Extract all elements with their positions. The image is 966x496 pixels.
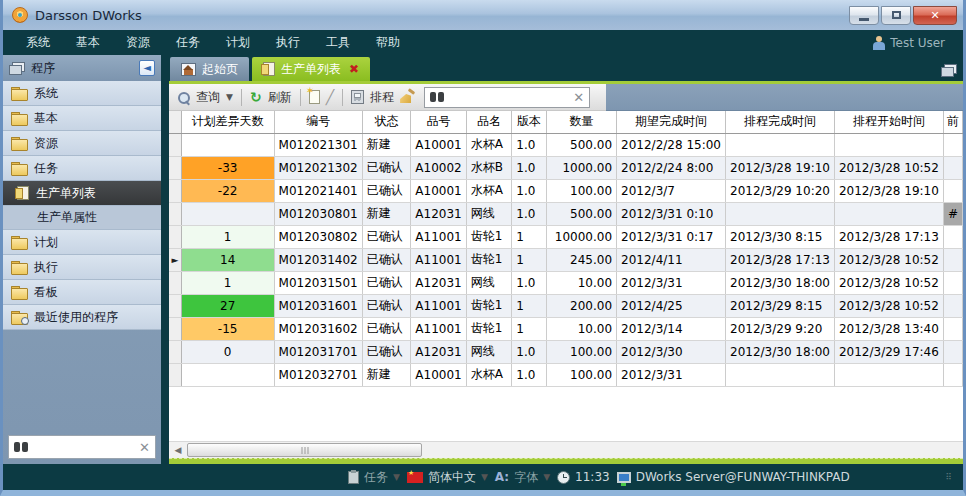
menu-item-3[interactable]: 任务 — [163, 30, 213, 55]
row-selector-cell[interactable] — [169, 179, 181, 202]
time-text: 11:33 — [575, 470, 610, 484]
column-header-code[interactable]: 编号 — [274, 111, 362, 133]
maximize-button[interactable] — [881, 6, 911, 25]
row-selector-cell[interactable]: ► — [169, 248, 181, 271]
refresh-button[interactable]: 刷新 — [268, 89, 292, 106]
sidebar-collapse-button[interactable]: ◄ — [139, 60, 155, 76]
cell-expected_finish: 2012/3/7 — [617, 179, 726, 202]
cell-expected_finish: 2012/3/31 0:17 — [617, 225, 726, 248]
toolbar-search-clear-icon[interactable]: ✕ — [573, 90, 584, 105]
column-header-status[interactable]: 状态 — [362, 111, 411, 133]
cell-sched_start: 2012/3/28 10:52 — [834, 248, 943, 271]
schedule-button[interactable]: 排程 — [370, 89, 394, 106]
sidebar-item-0[interactable]: 系统 — [3, 81, 161, 106]
sidebar-item-2[interactable]: 资源 — [3, 131, 161, 156]
column-header-qty[interactable]: 数量 — [546, 111, 616, 133]
task-clipboard-icon — [348, 471, 359, 484]
menu-item-0[interactable]: 系统 — [13, 30, 63, 55]
cell-expected_finish: 2012/2/24 8:00 — [617, 156, 726, 179]
table-row[interactable]: -15M012031602已确认A11001齿轮1110.002012/3/14… — [169, 317, 963, 340]
menu-item-1[interactable]: 基本 — [63, 30, 113, 55]
table-row[interactable]: -22M012021401已确认A10001水杯A1.0100.002012/3… — [169, 179, 963, 202]
table-row[interactable]: -33M012021302已确认A10002水杯B1.01000.002012/… — [169, 156, 963, 179]
query-dropdown-icon[interactable]: ▼ — [226, 92, 233, 102]
table-row[interactable]: 27M012031601已确认A11001齿轮11200.002012/4/25… — [169, 294, 963, 317]
row-selector-cell[interactable] — [169, 133, 181, 156]
new-document-icon[interactable] — [309, 90, 320, 104]
sidebar-search-box[interactable]: ✕ — [8, 435, 156, 459]
menu-item-6[interactable]: 工具 — [313, 30, 363, 55]
toolbar-search-input[interactable] — [449, 90, 568, 104]
menu-item-2[interactable]: 资源 — [113, 30, 163, 55]
table-row[interactable]: M012030801新建A12031网线1.0500.002012/3/31 0… — [169, 202, 963, 225]
cell-qty: 100.00 — [546, 340, 616, 363]
table-row[interactable]: M012021301新建A10001水杯A1.0500.002012/2/28 … — [169, 133, 963, 156]
sidebar-item-3[interactable]: 任务 — [3, 156, 161, 181]
sidebar-splitter[interactable] — [161, 55, 169, 464]
font-dropdown-icon[interactable]: ▼ — [543, 472, 550, 482]
row-selector-cell[interactable] — [169, 202, 181, 225]
sidebar-item-label: 执行 — [34, 259, 58, 276]
cell-sched_start: 2012/3/28 10:52 — [834, 294, 943, 317]
tab-home[interactable]: 起始页 — [170, 57, 249, 81]
scrollbar-thumb[interactable] — [187, 443, 422, 457]
row-selector-cell[interactable] — [169, 340, 181, 363]
calculator-icon — [351, 90, 364, 104]
language-menu[interactable]: 简体中文 ▼ — [407, 469, 488, 486]
font-menu[interactable]: A: 字体 ▼ — [495, 469, 550, 486]
task-menu[interactable]: 任务 ▼ — [348, 469, 400, 486]
task-dropdown-icon[interactable]: ▼ — [393, 472, 400, 482]
row-selector-cell[interactable] — [169, 317, 181, 340]
font-label: 字体 — [514, 469, 538, 486]
cell-qty: 200.00 — [546, 294, 616, 317]
edit-pencil-icon[interactable]: ╱ — [326, 89, 334, 105]
sidebar-item-7[interactable]: 执行 — [3, 255, 161, 280]
cell-sched_start — [834, 363, 943, 386]
column-header-version[interactable]: 版本 — [512, 111, 547, 133]
sidebar-item-9[interactable]: 最近使用的程序 — [3, 305, 161, 330]
minimize-button[interactable] — [849, 6, 879, 25]
toolbar-search-box[interactable]: ✕ — [424, 87, 590, 108]
close-button[interactable]: ✕ — [913, 6, 957, 25]
table-row[interactable]: M012032701新建A10001水杯A1.0100.002012/3/31 — [169, 363, 963, 386]
column-header-sched_finish[interactable]: 排程完成时间 — [726, 111, 835, 133]
menu-item-7[interactable]: 帮助 — [363, 30, 413, 55]
cell-sched_start: 2012/3/28 17:13 — [834, 225, 943, 248]
language-dropdown-icon[interactable]: ▼ — [481, 472, 488, 482]
sidebar-item-5[interactable]: 生产单属性 — [3, 206, 161, 230]
column-header-diff[interactable]: 计划差异天数 — [181, 111, 274, 133]
column-header-part_no[interactable]: 品号 — [411, 111, 466, 133]
column-header-overflow[interactable]: 前 — [943, 111, 962, 133]
tab-close-icon[interactable]: ✖ — [349, 62, 359, 76]
column-header-part_name[interactable]: 品名 — [466, 111, 512, 133]
row-selector-cell[interactable] — [169, 294, 181, 317]
broom-icon[interactable] — [400, 90, 416, 104]
menu-item-4[interactable]: 计划 — [213, 30, 263, 55]
resize-grip[interactable]: ⠿ — [945, 472, 953, 482]
sidebar-item-6[interactable]: 计划 — [3, 230, 161, 255]
tab-production-order-list[interactable]: 生产单列表 ✖ — [252, 57, 370, 81]
menu-item-5[interactable]: 执行 — [263, 30, 313, 55]
row-selector-cell[interactable] — [169, 156, 181, 179]
sidebar-search-input[interactable] — [33, 440, 134, 454]
sidebar-item-1[interactable]: 基本 — [3, 106, 161, 131]
row-selector-cell[interactable] — [169, 271, 181, 294]
sidebar-item-8[interactable]: 看板 — [3, 280, 161, 305]
table-row[interactable]: 0M012031701已确认A12031网线1.0100.002012/3/30… — [169, 340, 963, 363]
query-button[interactable]: 查询 — [196, 89, 220, 106]
column-header-expected_finish[interactable]: 期望完成时间 — [617, 111, 726, 133]
row-selector-cell[interactable] — [169, 363, 181, 386]
window-list-icon[interactable] — [941, 64, 956, 76]
column-header-sched_start[interactable]: 排程开始时间 — [834, 111, 943, 133]
toolbar-separator — [241, 89, 242, 106]
table-row[interactable]: 1M012030802已确认A11001齿轮1110000.002012/3/3… — [169, 225, 963, 248]
table-row[interactable]: 1M012031501已确认A12031网线1.010.002012/3/312… — [169, 271, 963, 294]
horizontal-scrollbar[interactable]: ◀ — [169, 441, 963, 458]
cell-status: 已确认 — [362, 248, 411, 271]
row-selector-cell[interactable] — [169, 225, 181, 248]
sidebar-search-clear-icon[interactable]: ✕ — [139, 440, 150, 455]
cell-part_name: 水杯A — [466, 133, 512, 156]
sidebar-item-4[interactable]: 生产单列表 — [3, 181, 161, 206]
table-row[interactable]: ►14M012031402已确认A11001齿轮11245.002012/4/1… — [169, 248, 963, 271]
scroll-left-arrow-icon[interactable]: ◀ — [171, 444, 185, 456]
